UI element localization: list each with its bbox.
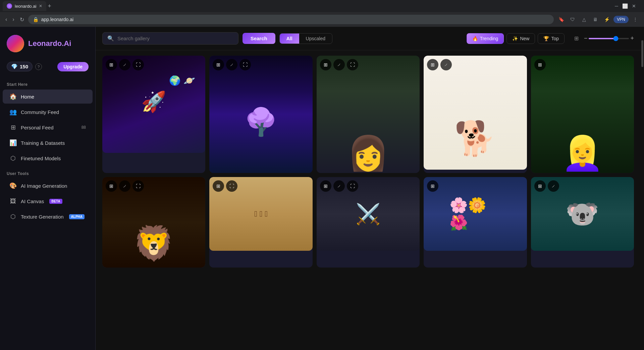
image-pinkhair [531, 56, 634, 173]
image-overlay-10: ⊞ ⟋ [534, 180, 559, 192]
account-icon[interactable]: △ [579, 15, 589, 24]
filter-upscaled-tab[interactable]: Upscaled [299, 34, 332, 44]
trending-icon: 🔥 [472, 36, 478, 41]
sidebar-item-community-label: Community Feed [21, 109, 59, 115]
edit-button-6[interactable]: ⟋ [119, 180, 130, 192]
remix-button-2[interactable]: ⊞ [213, 59, 224, 70]
sidebar-item-ai-image[interactable]: 🎨 AI Image Generation [3, 179, 93, 193]
remix-button-9[interactable]: ⊞ [427, 180, 438, 192]
active-tab[interactable]: leonardo.ai ✕ [3, 1, 46, 11]
edit-button-3[interactable]: ⟋ [333, 59, 345, 70]
upgrade-button[interactable]: Upgrade [57, 62, 89, 71]
image-woman [317, 56, 420, 173]
sidebar-item-community-feed[interactable]: 👥 Community Feed [3, 105, 93, 119]
url-bar[interactable]: 🔒 app.leonardo.ai [28, 15, 554, 24]
edit-button-1[interactable]: ⟋ [119, 59, 130, 70]
sort-trending-button[interactable]: 🔥 Trending [467, 33, 504, 44]
image-overlay-6: ⊞ ⟋ ⛶ [106, 180, 144, 192]
gallery-item-8[interactable]: ⊞ ⟋ ⛶ [317, 177, 420, 268]
expand-button-2[interactable]: ⛶ [239, 59, 251, 70]
forward-button[interactable]: › [11, 15, 15, 24]
gallery-item-2[interactable]: ⊞ ⟋ ⛶ [209, 56, 312, 173]
grid-view-button[interactable]: ⊞ [571, 33, 582, 44]
remix-button-5[interactable]: ⊞ [534, 59, 546, 70]
tab-close-button[interactable]: ✕ [39, 4, 42, 8]
expand-button-6[interactable]: ⛶ [132, 180, 144, 192]
restore-button[interactable]: ⬜ [622, 3, 628, 9]
remix-button-6[interactable]: ⊞ [106, 180, 117, 192]
sidebar-item-ai-canvas[interactable]: 🖼 AI Canvas BETA [3, 194, 93, 208]
gallery-item-7[interactable]: ⊞ ⛶ [209, 177, 312, 268]
tab-bar: leonardo.ai ✕ + ─ ⬜ ✕ [0, 0, 644, 12]
gallery-item-9[interactable]: ⊞ [424, 177, 527, 268]
gallery-item-4[interactable]: ⊞ ⟋ [424, 56, 527, 173]
filter-all-tab[interactable]: All [280, 34, 299, 44]
expand-button-1[interactable]: ⛶ [132, 59, 144, 70]
sort-new-label: New [520, 36, 529, 41]
gallery-item-10[interactable]: ⊞ ⟋ [531, 177, 634, 268]
avatar-image [7, 35, 24, 52]
vpn-button[interactable]: VPN [613, 16, 629, 23]
minimize-button[interactable]: ─ [615, 3, 618, 9]
lock-icon: 🔒 [33, 17, 39, 22]
scrollbar[interactable] [641, 27, 644, 350]
back-button[interactable]: ‹ [4, 15, 8, 24]
sidebar-item-finetuned[interactable]: ⬡ Finetuned Models [3, 151, 93, 165]
expand-button-8[interactable]: ⛶ [347, 180, 358, 192]
home-icon: 🏠 [9, 93, 17, 100]
gallery-item-1[interactable]: ⊞ ⟋ ⛶ [102, 56, 205, 173]
sidebar-brand: Leonardo.Ai [0, 32, 95, 59]
new-tab-button[interactable]: + [48, 3, 51, 10]
remix-button-3[interactable]: ⊞ [320, 59, 331, 70]
image-overlay-7: ⊞ ⛶ [213, 180, 237, 192]
scrollbar-thumb[interactable] [641, 40, 643, 67]
zoom-out-button[interactable]: − [584, 35, 588, 42]
edit-button-4[interactable]: ⟋ [440, 59, 452, 70]
ai-image-icon: 🎨 [9, 182, 17, 189]
bookmark-icon[interactable]: 🔖 [556, 15, 566, 24]
sidebar-item-ai-canvas-label: AI Canvas [21, 198, 44, 204]
zoom-slider[interactable] [589, 38, 629, 39]
search-button[interactable]: Search [243, 33, 275, 44]
gallery-area[interactable]: ⊞ ⟋ ⛶ ⊞ ⟋ ⛶ ⊞ [96, 50, 641, 350]
remix-button-1[interactable]: ⊞ [106, 59, 117, 70]
close-button[interactable]: ✕ [632, 3, 636, 9]
image-tree [209, 56, 312, 173]
search-container: 🔍 [102, 32, 238, 45]
sort-top-button[interactable]: 🏆 Top [538, 33, 565, 44]
search-input[interactable] [117, 36, 233, 41]
sort-new-button[interactable]: ✨ New [506, 33, 535, 44]
credits-value: 150 [20, 64, 28, 69]
extension-icon[interactable]: ⚡ [602, 15, 611, 24]
gallery-item-3[interactable]: ⊞ ⟋ ⛶ [317, 56, 420, 173]
sidebar-item-home-label: Home [21, 94, 34, 100]
menu-icon[interactable]: ⋮ [631, 15, 640, 24]
image-flowers [424, 177, 527, 251]
remix-button-8[interactable]: ⊞ [320, 180, 331, 192]
filter-tabs: All Upscaled [279, 33, 332, 44]
community-feed-icon: 👥 [9, 108, 17, 116]
expand-button-7[interactable]: ⛶ [226, 180, 237, 192]
url-text: app.leonardo.ai [41, 17, 74, 22]
remix-button-7[interactable]: ⊞ [213, 180, 224, 192]
screen-cast-icon[interactable]: 🖥 [591, 15, 600, 24]
expand-button-3[interactable]: ⛶ [347, 59, 358, 70]
zoom-in-button[interactable]: + [630, 35, 634, 42]
gallery-item-6[interactable]: ⊞ ⟋ ⛶ [102, 177, 205, 268]
sidebar-item-personal-feed[interactable]: ⊞ Personal Feed 88 [3, 120, 93, 134]
sidebar-item-texture[interactable]: ⬡ Texture Generation ALPHA [3, 210, 93, 224]
remix-button-10[interactable]: ⊞ [534, 180, 546, 192]
edit-button-10[interactable]: ⟋ [548, 180, 559, 192]
sidebar-item-training-label: Training & Datasets [21, 140, 65, 146]
training-icon: 📊 [9, 139, 17, 147]
sidebar-item-training[interactable]: 📊 Training & Datasets [3, 136, 93, 150]
edit-button-2[interactable]: ⟋ [226, 59, 237, 70]
sidebar-item-home[interactable]: 🏠 Home [3, 90, 93, 104]
shield-icon[interactable]: 🛡 [568, 15, 577, 24]
reload-button[interactable]: ↻ [18, 15, 25, 24]
edit-button-8[interactable]: ⟋ [333, 180, 345, 192]
credits-help-icon[interactable]: ? [35, 63, 42, 70]
remix-button-4[interactable]: ⊞ [427, 59, 438, 70]
new-icon: ✨ [512, 36, 518, 41]
gallery-item-5[interactable]: ⊞ [531, 56, 634, 173]
